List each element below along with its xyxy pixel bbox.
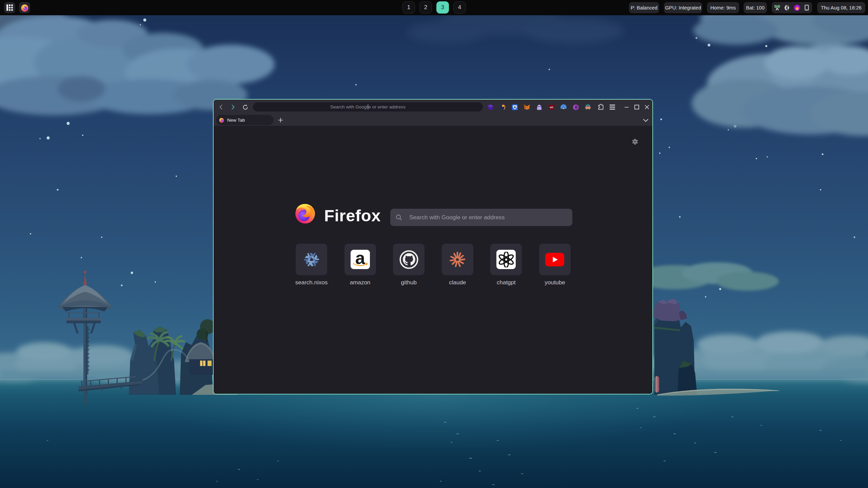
svg-text:uO: uO <box>550 106 553 108</box>
